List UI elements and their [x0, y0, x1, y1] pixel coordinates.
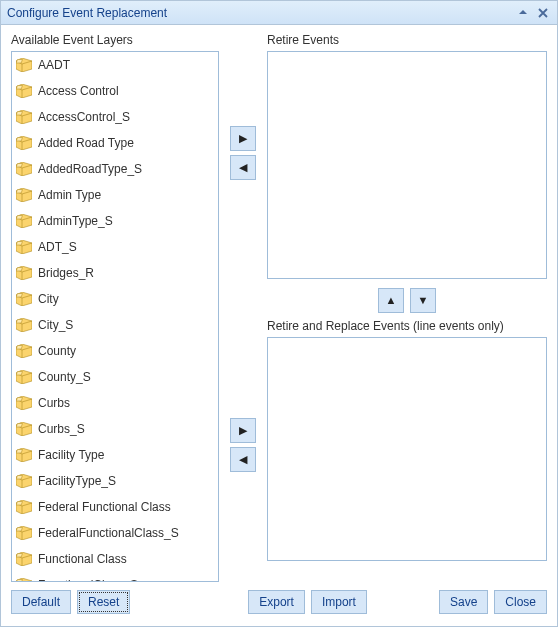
close-button-label: Close — [505, 595, 536, 609]
layer-item[interactable]: Curbs — [12, 390, 218, 416]
svg-rect-2 — [16, 112, 22, 116]
right-arrow-icon: ▶ — [239, 132, 247, 145]
layer-item[interactable]: Facility Type — [12, 442, 218, 468]
layer-item[interactable]: Admin Type — [12, 182, 218, 208]
dialog-body: Available Event Layers AADT Access Contr… — [1, 25, 557, 586]
layer-item-label: FederalFunctionalClass_S — [38, 526, 179, 540]
right-column: Retire Events ▲ ▼ Retire and Replace Eve… — [267, 33, 547, 582]
svg-rect-13 — [16, 398, 22, 402]
move-from-retire-button[interactable]: ◀ — [230, 155, 256, 180]
layer-item[interactable]: Added Road Type — [12, 130, 218, 156]
layer-icon — [16, 578, 32, 582]
layer-icon — [16, 110, 32, 124]
default-button-label: Default — [22, 595, 60, 609]
available-label: Available Event Layers — [11, 33, 219, 51]
layer-icon — [16, 84, 32, 98]
right-arrow-icon: ▶ — [239, 424, 247, 437]
layer-item-label: FunctionalClass_S — [38, 578, 138, 582]
export-button-label: Export — [259, 595, 294, 609]
move-down-button[interactable]: ▼ — [410, 288, 436, 313]
layer-item[interactable]: Curbs_S — [12, 416, 218, 442]
import-button[interactable]: Import — [311, 590, 367, 614]
dialog-footer: Default Reset Export Import Save Close — [1, 586, 557, 626]
layer-item-label: City_S — [38, 318, 73, 332]
svg-rect-18 — [16, 528, 22, 532]
close-icon[interactable] — [535, 5, 551, 21]
layer-item[interactable]: County — [12, 338, 218, 364]
reset-button[interactable]: Reset — [77, 590, 130, 614]
save-button-label: Save — [450, 595, 477, 609]
layer-item[interactable]: ADT_S — [12, 234, 218, 260]
layer-item[interactable]: Bridges_R — [12, 260, 218, 286]
retire-replace-events-list[interactable] — [267, 337, 547, 561]
svg-rect-17 — [16, 502, 22, 506]
svg-rect-5 — [16, 190, 22, 194]
layer-item[interactable]: FederalFunctionalClass_S — [12, 520, 218, 546]
transfer-retire-group: ▶ ◀ — [230, 126, 256, 180]
layer-item-label: Added Road Type — [38, 136, 134, 150]
layer-item[interactable]: FacilityType_S — [12, 468, 218, 494]
layer-item[interactable]: AccessControl_S — [12, 104, 218, 130]
layer-icon — [16, 422, 32, 436]
svg-rect-14 — [16, 424, 22, 428]
move-to-replace-button[interactable]: ▶ — [230, 418, 256, 443]
move-to-retire-button[interactable]: ▶ — [230, 126, 256, 151]
move-from-replace-button[interactable]: ◀ — [230, 447, 256, 472]
svg-rect-11 — [16, 346, 22, 350]
layer-item-label: FacilityType_S — [38, 474, 116, 488]
layer-item[interactable]: County_S — [12, 364, 218, 390]
layer-item[interactable]: FunctionalClass_S — [12, 572, 218, 582]
svg-rect-12 — [16, 372, 22, 376]
svg-rect-4 — [16, 164, 22, 168]
layer-item-label: Facility Type — [38, 448, 104, 462]
available-layers-list[interactable]: AADT Access Control AccessControl_S Adde… — [11, 51, 219, 582]
save-button[interactable]: Save — [439, 590, 488, 614]
default-button[interactable]: Default — [11, 590, 71, 614]
svg-rect-1 — [16, 86, 22, 90]
layer-icon — [16, 396, 32, 410]
layer-item-label: Access Control — [38, 84, 119, 98]
retire-events-list[interactable] — [267, 51, 547, 279]
layer-item-label: Curbs — [38, 396, 70, 410]
layer-item-label: AddedRoadType_S — [38, 162, 142, 176]
layer-item[interactable]: AADT — [12, 52, 218, 78]
close-button[interactable]: Close — [494, 590, 547, 614]
transfer-buttons-column: ▶ ◀ ▶ ◀ — [219, 33, 267, 582]
layer-icon — [16, 318, 32, 332]
layer-item-label: Curbs_S — [38, 422, 85, 436]
collapse-icon[interactable] — [515, 5, 531, 21]
layer-icon — [16, 162, 32, 176]
layer-item[interactable]: Access Control — [12, 78, 218, 104]
layer-item[interactable]: AdminType_S — [12, 208, 218, 234]
svg-rect-0 — [16, 60, 22, 64]
svg-rect-15 — [16, 450, 22, 454]
layer-icon — [16, 240, 32, 254]
layer-item[interactable]: City_S — [12, 312, 218, 338]
available-column: Available Event Layers AADT Access Contr… — [11, 33, 219, 582]
layer-icon — [16, 188, 32, 202]
layer-item[interactable]: City — [12, 286, 218, 312]
move-up-button[interactable]: ▲ — [378, 288, 404, 313]
layer-item-label: Admin Type — [38, 188, 101, 202]
dialog-window: Configure Event Replacement Available Ev… — [0, 0, 558, 627]
layer-item[interactable]: Federal Functional Class — [12, 494, 218, 520]
import-button-label: Import — [322, 595, 356, 609]
left-arrow-icon: ◀ — [239, 453, 247, 466]
layer-item[interactable]: Functional Class — [12, 546, 218, 572]
layer-item[interactable]: AddedRoadType_S — [12, 156, 218, 182]
layer-item-label: County — [38, 344, 76, 358]
svg-rect-8 — [16, 268, 22, 272]
layer-icon — [16, 552, 32, 566]
transfer-replace-group: ▶ ◀ — [230, 418, 256, 472]
layer-item-label: Bridges_R — [38, 266, 94, 280]
layer-icon — [16, 526, 32, 540]
layer-item-label: Federal Functional Class — [38, 500, 171, 514]
export-button[interactable]: Export — [248, 590, 305, 614]
layer-item-label: AdminType_S — [38, 214, 113, 228]
svg-rect-16 — [16, 476, 22, 480]
layer-icon — [16, 292, 32, 306]
window-title: Configure Event Replacement — [7, 6, 511, 20]
retire-replace-label: Retire and Replace Events (line events o… — [267, 319, 547, 337]
layer-icon — [16, 370, 32, 384]
layer-item-label: City — [38, 292, 59, 306]
